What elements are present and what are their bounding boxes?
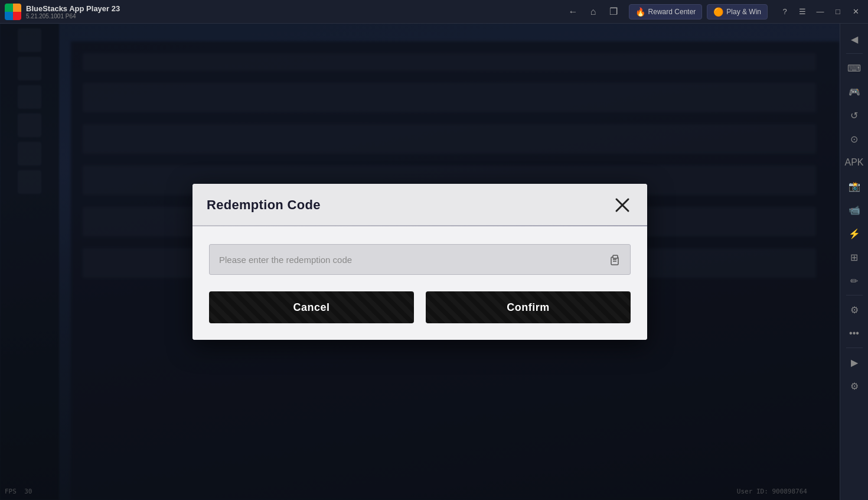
sidebar-icon-eco[interactable]: ⚡	[844, 223, 865, 244]
sidebar-icon-shake[interactable]: ⊙	[844, 128, 865, 150]
window-controls: ? ☰ — □ ✕	[777, 4, 863, 20]
redemption-code-input[interactable]	[209, 244, 631, 275]
bluestacks-logo	[5, 4, 21, 20]
sidebar-icon-record[interactable]: 📹	[844, 199, 865, 220]
title-bar-actions: 🔥 Reward Center 🟠 Play & Win ? ☰ — □ ✕	[629, 4, 863, 20]
sidebar-icon-more[interactable]: •••	[844, 323, 865, 344]
confirm-button[interactable]: Confirm	[426, 291, 631, 323]
sidebar-icon-bottom[interactable]: ⚙	[844, 375, 865, 397]
dialog-title: Redemption Code	[207, 197, 321, 213]
home-button[interactable]: ⌂	[585, 4, 602, 20]
dialog-header: Redemption Code	[192, 184, 647, 226]
right-sidebar: ◀ ⌨ 🎮 ↺ ⊙ APK 📸 📹 ⚡ ⊞ ✏ ⚙ ••• ▶ ⚙	[840, 24, 868, 500]
reward-center-label: Reward Center	[648, 8, 696, 16]
play-win-label: Play & Win	[726, 8, 761, 16]
sidebar-divider-1	[846, 53, 863, 54]
nav-buttons: ← ⌂ ❐	[565, 4, 622, 20]
sidebar-icon-edit[interactable]: ✏	[844, 270, 865, 291]
redemption-dialog: Redemption Code	[192, 184, 647, 340]
help-button[interactable]: ?	[777, 4, 792, 20]
app-info: BlueStacks App Player 23 5.21.205.1001 P…	[26, 4, 565, 20]
svg-rect-3	[613, 255, 618, 258]
clipboard-icon	[609, 254, 621, 265]
play-win-button[interactable]: 🟠 Play & Win	[707, 4, 768, 20]
close-x-icon	[614, 197, 631, 213]
app-version: 5.21.205.1001 P64	[26, 13, 565, 20]
code-input-wrapper	[209, 244, 631, 275]
dialog-overlay: Redemption Code	[0, 24, 840, 500]
flame-icon: 🔥	[635, 7, 645, 17]
cancel-button[interactable]: Cancel	[209, 291, 414, 323]
coin-icon: 🟠	[713, 7, 723, 17]
sidebar-icon-arrow[interactable]: ◀	[844, 28, 865, 50]
maximize-button[interactable]: □	[830, 4, 846, 20]
dialog-buttons: Cancel Confirm	[209, 291, 631, 323]
paste-icon[interactable]	[607, 251, 624, 268]
app-name: BlueStacks App Player 23	[26, 4, 565, 13]
sidebar-divider-2	[846, 295, 863, 296]
title-bar: BlueStacks App Player 23 5.21.205.1001 P…	[0, 0, 868, 24]
reward-center-button[interactable]: 🔥 Reward Center	[629, 4, 703, 20]
sidebar-icon-keyboard[interactable]: ⌨	[844, 57, 865, 79]
sidebar-icon-gamepad[interactable]: 🎮	[844, 81, 865, 102]
dialog-close-button[interactable]	[612, 194, 633, 216]
multi-button[interactable]: ❐	[605, 4, 622, 20]
sidebar-icon-settings[interactable]: ⚙	[844, 299, 865, 320]
sidebar-icon-rotate[interactable]: ↺	[844, 105, 865, 126]
dialog-body: Cancel Confirm	[192, 226, 647, 340]
minimize-button[interactable]: —	[812, 4, 828, 20]
close-button[interactable]: ✕	[848, 4, 863, 20]
sidebar-icon-collapse[interactable]: ▶	[844, 352, 865, 373]
sidebar-icon-apk[interactable]: APK	[844, 152, 865, 173]
sidebar-icon-screenshot[interactable]: 📸	[844, 176, 865, 197]
sidebar-divider-3	[846, 348, 863, 348]
back-button[interactable]: ←	[565, 4, 582, 20]
main-content: Redemption Code	[0, 24, 840, 500]
sidebar-icon-resize[interactable]: ⊞	[844, 246, 865, 268]
menu-button[interactable]: ☰	[795, 4, 810, 20]
